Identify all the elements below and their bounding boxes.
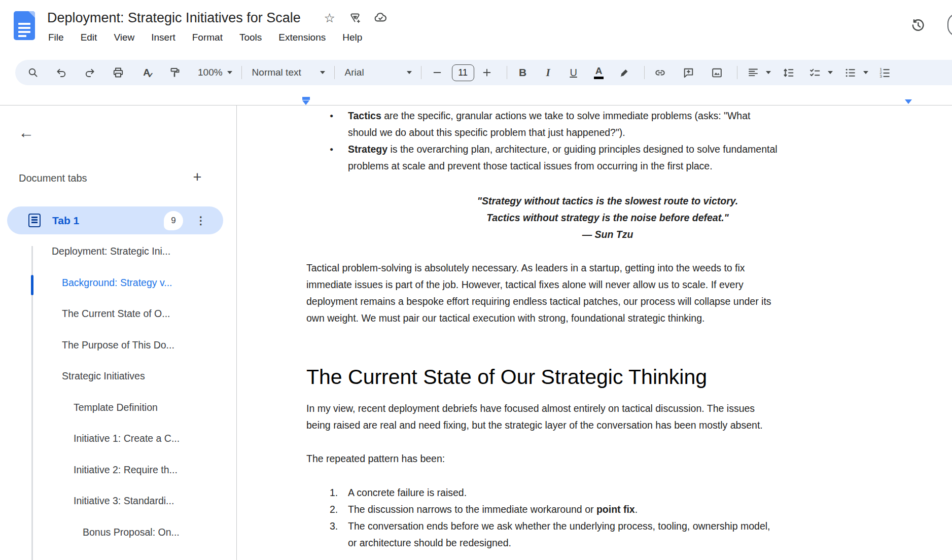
- outline-item[interactable]: The Current State of O...: [62, 308, 170, 320]
- outline-item[interactable]: Deployment: Strategic Ini...: [52, 246, 170, 257]
- zoom-select[interactable]: 100%: [194, 63, 236, 82]
- redo-icon[interactable]: [80, 63, 99, 82]
- bulleted-list-icon[interactable]: [841, 63, 860, 82]
- outline-item-active[interactable]: Background: Strategy v...: [62, 277, 172, 289]
- menu-insert[interactable]: Insert: [150, 31, 177, 44]
- chevron-down-icon: [407, 71, 412, 74]
- outline-item[interactable]: Initiative 1: Create a C...: [74, 433, 180, 444]
- logo-line: [18, 27, 30, 29]
- svg-text:3: 3: [880, 74, 882, 78]
- search-menus-icon[interactable]: [23, 63, 43, 82]
- star-icon[interactable]: ☆: [321, 9, 338, 26]
- outline-active-indicator: [31, 275, 33, 295]
- paragraph-tactical[interactable]: Tactical problem-solving is absolutely n…: [306, 260, 935, 327]
- bullet-item-strategy[interactable]: Strategy is the overarching plan, archit…: [306, 141, 935, 174]
- sun-tzu-quote[interactable]: "Strategy without tactics is the slowest…: [306, 193, 909, 243]
- outline-item[interactable]: Initiative 2: Require th...: [74, 464, 178, 476]
- logo-line: [18, 23, 30, 25]
- text-run: .: [635, 504, 638, 515]
- increase-font-size-icon[interactable]: [477, 63, 497, 82]
- undo-icon[interactable]: [52, 63, 71, 82]
- numbered-list-icon[interactable]: 1 2 3: [875, 63, 895, 82]
- bold-run: Strategy: [348, 144, 387, 155]
- add-tab-button[interactable]: +: [187, 166, 208, 188]
- tab-comment-badge[interactable]: 9: [164, 211, 183, 230]
- menu-bar: File Edit View Insert Format Tools Exten…: [47, 31, 363, 44]
- left-indent-marker[interactable]: [302, 97, 310, 105]
- definition-bullet-list: Tactics are the specific, granular actio…: [306, 108, 935, 174]
- partial-toolbar-button[interactable]: [947, 13, 952, 37]
- separator: [644, 66, 645, 79]
- bullet-item-tactics[interactable]: Tactics are the specific, granular actio…: [306, 108, 935, 141]
- logo-line: [18, 31, 30, 33]
- menu-view[interactable]: View: [113, 31, 135, 44]
- outline-item[interactable]: Initiative 3: Standardi...: [74, 495, 174, 507]
- decrease-font-size-icon[interactable]: [428, 63, 447, 82]
- separator: [421, 66, 421, 79]
- separator: [737, 66, 737, 79]
- menu-help[interactable]: Help: [341, 31, 363, 44]
- tab-options-kebab-icon[interactable]: ⋮: [192, 212, 210, 230]
- menu-extensions[interactable]: Extensions: [277, 31, 327, 44]
- tab-label: Tab 1: [52, 215, 79, 227]
- section-heading[interactable]: The Current State of Our Strategic Think…: [306, 364, 935, 390]
- text-color-icon[interactable]: A: [589, 63, 609, 82]
- pattern-intro[interactable]: The repeated pattern has been:: [306, 450, 935, 467]
- text-line: A concrete failure is raised.: [348, 484, 935, 501]
- underline-icon[interactable]: U: [564, 63, 583, 82]
- italic-icon[interactable]: I: [539, 63, 558, 82]
- outline-item[interactable]: Strategic Initiatives: [62, 370, 145, 382]
- font-value: Arial: [345, 67, 364, 78]
- add-label-icon[interactable]: [346, 9, 364, 26]
- chevron-down-icon[interactable]: [766, 71, 771, 74]
- numbered-item-2[interactable]: The discussion narrows to the immediate …: [306, 501, 935, 518]
- google-docs-logo[interactable]: [14, 11, 35, 40]
- version-history-icon[interactable]: [907, 15, 929, 36]
- insert-link-icon[interactable]: [651, 63, 670, 82]
- insert-image-icon[interactable]: [708, 63, 727, 82]
- menu-file[interactable]: File: [47, 31, 65, 44]
- chevron-down-icon: [320, 71, 325, 74]
- align-icon[interactable]: [744, 63, 763, 82]
- outline-item[interactable]: The Purpose of This Do...: [62, 339, 174, 351]
- paragraph-debriefs[interactable]: In my view, recent deployment debriefs h…: [306, 400, 935, 434]
- logo-fold: [28, 11, 35, 18]
- paint-format-icon[interactable]: [165, 63, 185, 82]
- spelling-check-icon[interactable]: A✓: [137, 63, 156, 82]
- outline-item[interactable]: Bonus Proposal: On...: [83, 527, 180, 538]
- numbered-item-1[interactable]: A concrete failure is raised.: [306, 484, 935, 501]
- line-spacing-icon[interactable]: [779, 63, 798, 82]
- style-value: Normal text: [252, 67, 301, 78]
- bold-icon[interactable]: B: [513, 63, 533, 82]
- formatting-toolbar: A✓ 100% Normal text Arial 11 B I U A: [15, 60, 952, 85]
- menu-edit[interactable]: Edit: [80, 31, 98, 44]
- font-select[interactable]: Arial: [341, 63, 416, 82]
- text-line: immediate issues is part of the job. How…: [306, 276, 935, 293]
- tab-item-tab1[interactable]: Tab 1 9 ⋮: [7, 206, 223, 234]
- logo-line: [18, 35, 26, 37]
- bold-run: point fix: [596, 504, 635, 515]
- print-icon[interactable]: [109, 63, 128, 82]
- chevron-down-icon[interactable]: [828, 71, 833, 74]
- document-canvas[interactable]: Tactics are the specific, granular actio…: [306, 108, 935, 551]
- text-run: problems at scale and prevent those tact…: [348, 158, 935, 174]
- right-indent-marker[interactable]: [905, 99, 912, 104]
- text-line: The conversation ends before we ask whet…: [348, 518, 935, 535]
- text-run: is the overarching plan, architecture, o…: [387, 144, 778, 155]
- numbered-item-3[interactable]: The conversation ends before we ask whet…: [306, 518, 935, 551]
- checklist-icon[interactable]: [805, 63, 825, 82]
- menu-format[interactable]: Format: [191, 31, 224, 44]
- add-comment-icon[interactable]: [679, 63, 698, 82]
- document-title[interactable]: Deployment: Strategic Initiatives for Sc…: [47, 10, 301, 26]
- tab-document-icon: [28, 214, 41, 227]
- close-sidebar-back-arrow[interactable]: ←: [15, 122, 38, 144]
- separator: [507, 66, 507, 79]
- cloud-saved-icon[interactable]: [372, 9, 389, 26]
- outline-item[interactable]: Template Definition: [74, 402, 158, 413]
- menu-tools[interactable]: Tools: [238, 31, 263, 44]
- document-tabs-heading: Document tabs: [19, 172, 87, 184]
- chevron-down-icon[interactable]: [863, 71, 868, 74]
- paragraph-style-select[interactable]: Normal text: [248, 63, 329, 82]
- font-size-input[interactable]: 11: [452, 64, 474, 81]
- highlight-color-icon[interactable]: [615, 63, 634, 82]
